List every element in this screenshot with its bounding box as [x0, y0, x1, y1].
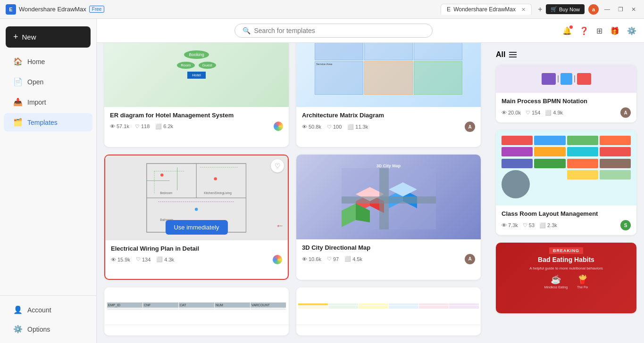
buy-now-button[interactable]: 🛒 Buy Now [546, 4, 585, 14]
copy-icon: ⬜ [155, 123, 162, 130]
author-avatar-class: S [620, 220, 631, 230]
search-icon: 🔍 [243, 27, 251, 34]
views-count-arch: 50.8k [309, 124, 321, 130]
template-card-schedule[interactable] [296, 287, 481, 335]
right-card-class[interactable]: Class Room Layout Management 👁 7.3k ♡ 53 [496, 130, 636, 235]
plus-icon[interactable]: + [535, 4, 546, 15]
use-immediately-button[interactable]: Use immediately [165, 220, 227, 235]
right-card-title-bpmn: Main Process BPMN Notation [502, 98, 631, 105]
templates-icon: 🗂️ [13, 118, 23, 127]
author-avatar-bpmn: A [620, 107, 631, 118]
eye-icon: 👁 [502, 110, 507, 115]
stat-views-class: 👁 7.3k [502, 222, 518, 228]
template-card-city[interactable]: 3D City Map [296, 155, 481, 280]
right-card-bad-eating[interactable]: BREAKING Bad Eating Habits A helpful gui… [496, 243, 636, 313]
stat-copies-class: ⬜ 2.3k [539, 222, 557, 229]
app-icon: E [6, 4, 16, 15]
help-button[interactable]: ❓ [579, 26, 589, 35]
template-image-schedule [296, 287, 481, 325]
copies-count-city: 4.5k [352, 256, 362, 262]
template-card-arch[interactable]: Mechanical Lounge Patio Parking Service … [296, 43, 481, 147]
sidebar-item-import-label: Import [27, 98, 46, 106]
search-bar[interactable]: 🔍 [234, 24, 433, 38]
search-input[interactable] [254, 27, 425, 34]
right-card-stats-bpmn: 👁 20.0k ♡ 154 ⬜ 4.9k A [502, 107, 631, 118]
app-tab[interactable]: E Wondershare EdrawMax ✕ [441, 4, 532, 15]
stat-copies-bpmn: ⬜ 4.9k [545, 110, 563, 116]
app-logo: E Wondershare EdrawMax Free [6, 4, 441, 15]
minimize-button[interactable]: — [602, 5, 612, 14]
template-image-city: 3D City Map [296, 155, 481, 239]
author-avatar-arch: A [465, 122, 475, 132]
copy-icon: ⬜ [156, 256, 163, 262]
heart-button-elec[interactable]: ♡ [271, 159, 284, 172]
stat-views-city: 👁 10.6k [302, 256, 321, 262]
template-title-arch: Architecture Matrix Diagram [302, 112, 475, 119]
right-card-info-class: Class Room Layout Management 👁 7.3k ♡ 53 [496, 205, 636, 235]
sidebar-item-import[interactable]: 📥 Import [4, 93, 92, 111]
stat-views-elec: 👁 15.9k [111, 257, 130, 262]
new-label: New [22, 33, 36, 41]
home-icon: 🏠 [13, 57, 23, 66]
sidebar-item-home-label: Home [27, 58, 45, 65]
user-avatar[interactable]: a [588, 4, 599, 15]
stat-likes-elec: ♡ 134 [136, 256, 151, 262]
main-layout: + New 🏠 Home 📄 Open 📥 Import 🗂️ Template… [0, 19, 644, 343]
notification-dot [569, 25, 573, 29]
templates-area: Booking Room Guest Hotel ER diagram for … [97, 43, 644, 343]
add-tab-button[interactable]: + [535, 4, 546, 15]
gift-button[interactable]: 🎁 [610, 26, 619, 35]
template-card-er-hotel[interactable]: Booking Room Guest Hotel ER diagram for … [104, 43, 289, 147]
template-card-elec[interactable]: Bedroom Kitchen/DiningLiving Bathroom Ki… [104, 155, 289, 280]
app-icon-small: E [447, 6, 451, 13]
app-name: Wondershare EdrawMax [19, 6, 86, 13]
right-card-image-bad: BREAKING Bad Eating Habits A helpful gui… [496, 243, 636, 313]
menu-icon[interactable] [509, 52, 517, 57]
window-controls: 🛒 Buy Now a — ❐ ✕ [546, 4, 638, 15]
sidebar-item-templates[interactable]: 🗂️ Templates [4, 113, 92, 131]
template-image-table: EMP_ID CNF CAT NUM VARCOUNT [104, 287, 289, 325]
tab-label: Wondershare EdrawMax [453, 6, 516, 13]
stat-copies: ⬜ 6.2k [155, 123, 173, 130]
new-button[interactable]: + New [6, 26, 91, 48]
copy-icon: ⬜ [347, 124, 354, 130]
eye-icon: 👁 [502, 222, 507, 228]
svg-rect-25 [342, 196, 436, 204]
stat-copies-arch: ⬜ 11.3k [347, 124, 368, 130]
heart-icon: ♡ [523, 222, 527, 229]
sidebar-item-options[interactable]: ⚙️ Options [4, 320, 92, 338]
sidebar-bottom: 👤 Account ⚙️ Options [0, 295, 96, 339]
copy-icon: ⬜ [545, 110, 552, 116]
sidebar-item-home[interactable]: 🏠 Home [4, 52, 92, 71]
views-count-elec: 15.9k [117, 257, 130, 262]
notification-button[interactable]: 🔔 [562, 26, 572, 35]
settings-button[interactable]: ⚙️ [627, 26, 636, 35]
help-icon: ❓ [579, 27, 589, 35]
template-stats-er: 👁 57.1k ♡ 118 ⬜ 6.2k [110, 122, 283, 131]
options-icon: ⚙️ [13, 325, 23, 334]
copies-count: 6.2k [163, 123, 173, 129]
tab-close-icon[interactable]: ✕ [521, 7, 526, 13]
heart-icon: ♡ [327, 124, 332, 130]
template-card-table[interactable]: EMP_ID CNF CAT NUM VARCOUNT [104, 287, 289, 335]
layout-button[interactable]: ⊞ [596, 26, 602, 35]
copies-count-arch: 11.3k [355, 124, 368, 130]
sidebar-item-open[interactable]: 📄 Open [4, 73, 92, 91]
svg-point-6 [160, 173, 163, 176]
sidebar-item-account[interactable]: 👤 Account [4, 301, 92, 319]
likes-count-elec: 134 [142, 257, 151, 262]
maximize-button[interactable]: ❐ [616, 5, 625, 14]
template-image-er: Booking Room Guest Hotel [104, 43, 289, 107]
toolbar-icons: 🔔 ❓ ⊞ 🎁 ⚙️ [562, 26, 636, 35]
heart-icon: ♡ [327, 256, 332, 262]
cart-icon: 🛒 [551, 6, 557, 12]
copies-count-bpmn: 4.9k [553, 110, 563, 115]
import-icon: 📥 [13, 98, 23, 106]
close-button[interactable]: ✕ [629, 5, 638, 14]
author-avatar-city: A [465, 254, 475, 264]
arrow-indicator: ← [276, 221, 284, 231]
buy-now-label: Buy Now [559, 7, 580, 12]
free-badge: Free [89, 6, 105, 13]
right-card-bpmn[interactable]: Main Process BPMN Notation 👁 20.0k ♡ 154 [496, 65, 636, 122]
template-stats-elec: 👁 15.9k ♡ 134 ⬜ 4.3k [111, 255, 282, 264]
